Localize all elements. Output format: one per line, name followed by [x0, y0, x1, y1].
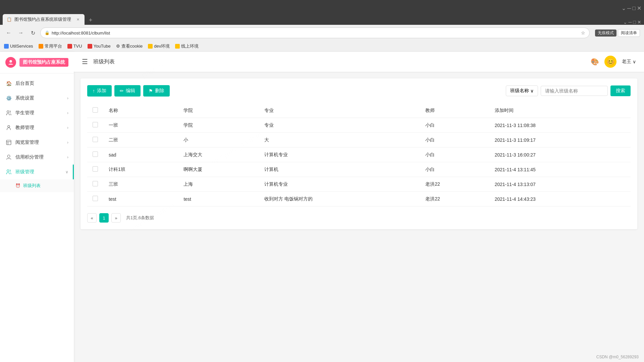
bookmark-online[interactable]: 线上环境 [175, 43, 199, 49]
pagination-info: 共1页,6条数据 [126, 215, 154, 221]
util-favicon [4, 44, 9, 49]
sidebar-item-reading[interactable]: 阅览室管理 › [0, 135, 74, 150]
search-area: 班级名称 ∨ 搜索 [506, 85, 631, 96]
teachers-icon [5, 124, 12, 131]
cell-time-3: 2021-11-4 13:11:45 [489, 162, 631, 177]
row-checkbox-4[interactable] [93, 181, 98, 186]
bookmark-cookie[interactable]: ⚙ 查看cookie [116, 43, 143, 49]
row-checkbox-1[interactable] [93, 137, 98, 142]
search-button[interactable]: 搜索 [610, 85, 631, 96]
bookmark-tvu-label: TVU [73, 44, 82, 49]
bookmarks-bar: UtilServices 常用平台 TVU YouTube ⚙ 查看cookie… [0, 41, 644, 52]
sidebar-item-class-list-label: 班级列表 [23, 183, 41, 189]
dashboard-icon: 🏠 [5, 80, 12, 87]
cell-college-0: 学院 [178, 118, 259, 133]
online-favicon [175, 44, 180, 49]
cell-name-0: 一班 [103, 118, 178, 133]
sidebar-item-class-label: 班级管理 [15, 169, 62, 175]
tvu-favicon [67, 44, 72, 49]
sidebar-item-settings-label: 系统设置 [15, 95, 64, 101]
menu-toggle-icon[interactable]: ☰ [82, 58, 88, 66]
svg-point-7 [7, 170, 9, 172]
active-tab[interactable]: 📋 图书馆预约占座系统班级管理 ✕ [3, 14, 85, 25]
maximize-button[interactable]: □ [632, 5, 636, 11]
tab-list-button[interactable]: ⌄ [623, 19, 627, 25]
pagination: « 1 » 共1页,6条数据 [87, 213, 631, 223]
pagination-prev[interactable]: « [87, 213, 97, 223]
bookmark-tvu[interactable]: TVU [67, 44, 82, 49]
minimize-btn[interactable]: ─ [629, 19, 632, 25]
bookmark-star-icon[interactable]: ☆ [581, 30, 585, 36]
reading-arrow-icon: › [67, 140, 68, 145]
col-major: 专业 [259, 103, 420, 118]
reader-mode-button[interactable]: 阅读清单 [618, 29, 640, 37]
filter-dropdown[interactable]: 班级名称 ∨ [506, 85, 538, 96]
sidebar-item-settings[interactable]: ⚙️ 系统设置 › [0, 91, 74, 106]
cell-major-4: 计算机专业 [259, 177, 420, 192]
close-btn[interactable]: ✕ [637, 19, 641, 25]
back-button[interactable]: ← [4, 28, 13, 38]
refresh-button[interactable]: ↻ [28, 28, 38, 38]
sidebar-item-teachers[interactable]: 教师管理 › [0, 120, 74, 135]
username-text: 老王 [622, 59, 631, 65]
credit-icon [5, 154, 12, 161]
sidebar: 图书馆预约占座系统 🏠 后台首页 ⚙️ 系统设置 › [0, 52, 74, 362]
add-button[interactable]: ↑ 添加 [87, 85, 112, 97]
bookmark-youtube[interactable]: YouTube [88, 44, 111, 49]
sidebar-item-dashboard[interactable]: 🏠 后台首页 [0, 76, 74, 91]
select-all-checkbox[interactable] [93, 107, 98, 113]
bookmark-youtube-label: YouTube [94, 44, 111, 49]
sidebar-item-credit[interactable]: 信用积分管理 › [0, 150, 74, 165]
close-window-button[interactable]: ✕ [637, 5, 641, 11]
cell-college-3: 啊啊大厦 [178, 162, 259, 177]
sidebar-item-students[interactable]: 学生管理 › [0, 106, 74, 120]
sidebar-item-class[interactable]: 班级管理 ∨ [0, 165, 74, 179]
new-tab-button[interactable]: + [86, 15, 95, 25]
delete-button[interactable]: ⚑ 删除 [143, 85, 170, 97]
bookmark-common[interactable]: 常用平台 [39, 43, 62, 49]
tab-close-button[interactable]: ✕ [75, 17, 80, 22]
cell-teacher-5: 老洪22 [420, 192, 489, 206]
col-name: 名称 [103, 103, 178, 118]
row-checkbox-3[interactable] [93, 166, 98, 172]
cell-major-2: 计算机专业 [259, 147, 420, 162]
sidebar-item-reading-label: 阅览室管理 [15, 139, 64, 145]
svg-point-6 [7, 155, 10, 158]
edit-icon: ✏ [120, 88, 124, 94]
cell-teacher-3: 小白 [420, 162, 489, 177]
pagination-page-1[interactable]: 1 [99, 213, 109, 223]
csdn-credit: CSDN @m0_56289293 [596, 355, 639, 359]
cell-college-2: 上海交大 [178, 147, 259, 162]
edit-button[interactable]: ✏ 编辑 [114, 85, 141, 97]
tab-overflow-button[interactable]: ⌄ [622, 5, 626, 11]
address-bar[interactable]: 🔒 http://localhost:8081/clbum/list ☆ [40, 27, 590, 38]
row-checkbox-2[interactable] [93, 152, 98, 157]
bookmark-util[interactable]: UtilServices [4, 44, 33, 49]
svg-point-2 [8, 125, 10, 127]
content-card: ↑ 添加 ✏ 编辑 ⚑ 删除 班级名称 [80, 78, 637, 229]
palette-icon[interactable]: 🎨 [591, 58, 599, 66]
tab-favicon: 📋 [7, 17, 12, 22]
class-arrow-icon: ∨ [65, 170, 68, 174]
youtube-favicon [88, 44, 92, 49]
sidebar-item-dashboard-label: 后台首页 [15, 80, 68, 86]
bookmark-dev[interactable]: dev环境 [148, 43, 170, 49]
sidebar-item-class-list[interactable]: ⏰ 班级列表 [0, 179, 74, 192]
search-input[interactable] [541, 86, 608, 96]
incognito-badge: 无痕模式 [595, 29, 616, 37]
forward-button[interactable]: → [16, 28, 25, 38]
col-teacher: 教师 [420, 103, 489, 118]
row-checkbox-0[interactable] [93, 122, 98, 127]
pagination-next[interactable]: » [111, 213, 121, 223]
page-header: ☰ 班级列表 🎨 😊 老王 ∨ [74, 52, 644, 72]
col-time: 添加时间 [489, 103, 631, 118]
cell-teacher-4: 老洪22 [420, 177, 489, 192]
maximize-btn[interactable]: □ [633, 19, 636, 25]
class-icon [5, 169, 12, 175]
username-dropdown[interactable]: 老王 ∨ [622, 59, 636, 65]
row-checkbox-5[interactable] [93, 196, 98, 201]
minimize-button[interactable]: ─ [627, 5, 631, 11]
sidebar-item-students-label: 学生管理 [15, 110, 64, 116]
sidebar-item-credit-label: 信用积分管理 [15, 154, 64, 160]
cell-teacher-1: 小白 [420, 133, 489, 147]
